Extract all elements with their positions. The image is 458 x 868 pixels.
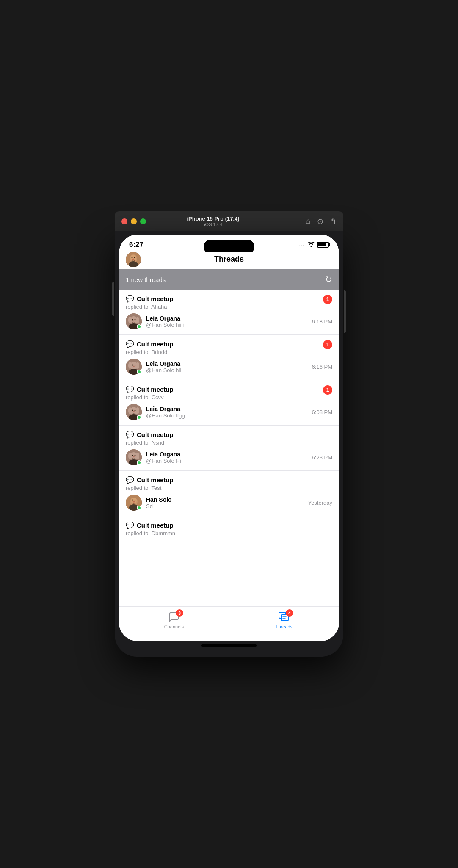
thread-item[interactable]: 💬 Cult meetup replied to: Test <box>119 471 339 516</box>
mac-toolbar: iPhone 15 Pro (17.4) iOS 17.4 ⌂ ⊙ ↰ <box>115 211 343 231</box>
thread-unread-badge: 1 <box>323 385 332 395</box>
svg-point-21 <box>136 362 139 369</box>
online-indicator <box>137 460 141 465</box>
thread-item[interactable]: 💬 Cult meetup replied to: Dbmmmn <box>119 516 339 545</box>
battery-icon <box>317 242 329 248</box>
online-indicator <box>137 506 141 510</box>
message-time: 6:16 PM <box>312 364 332 370</box>
signal-dots: ··· <box>299 243 305 247</box>
online-indicator <box>137 370 141 374</box>
status-time: 6:27 <box>129 240 143 249</box>
online-indicator <box>137 324 141 329</box>
home-mac-icon[interactable]: ⌂ <box>306 217 310 226</box>
svg-point-34 <box>135 455 136 456</box>
thread-item[interactable]: 💬 Cult meetup replied to: Ccvv 1 <box>119 380 339 426</box>
thread-chat-icon: 💬 <box>126 385 134 393</box>
svg-point-18 <box>135 365 136 366</box>
thread-chat-icon: 💬 <box>126 295 134 303</box>
phone-screen: 6:27 ··· <box>119 235 339 641</box>
message-text: @Han Solo hiii <box>146 367 308 373</box>
message-time: 6:23 PM <box>312 454 332 461</box>
tab-threads[interactable]: 4 Threads <box>267 611 301 629</box>
threads-tab-label: Threads <box>276 624 292 629</box>
message-info: Leia Organa @Han Solo ffgg <box>146 406 308 419</box>
svg-point-25 <box>132 410 133 411</box>
thread-item[interactable]: 💬 Cult meetup replied to: Bdndd 1 <box>119 335 339 380</box>
new-threads-text: 1 new threads <box>126 276 166 283</box>
message-sender-name: Leia Organa <box>146 451 308 458</box>
thread-chat-name: Cult meetup <box>137 431 174 438</box>
channels-icon-wrap: 3 <box>168 611 180 623</box>
message-text: @Han Solo hiiii <box>146 322 308 328</box>
thread-chat-icon: 💬 <box>126 521 134 529</box>
online-indicator <box>137 415 141 420</box>
rotate-icon[interactable]: ↰ <box>330 217 337 226</box>
thread-chat-name: Cult meetup <box>137 476 174 484</box>
status-indicators: ··· <box>299 241 329 248</box>
svg-point-35 <box>133 456 135 457</box>
message-info: Leia Organa @Han Solo hiii <box>146 360 308 373</box>
svg-point-5 <box>132 258 135 260</box>
svg-point-9 <box>132 319 133 321</box>
svg-point-37 <box>136 453 139 459</box>
svg-point-2 <box>130 255 136 261</box>
thread-item[interactable]: 💬 Cult meetup replied to: Ahaha 1 <box>119 290 339 335</box>
svg-point-36 <box>128 453 132 459</box>
thread-chat-icon: 💬 <box>126 431 134 439</box>
thread-replied-to: replied to: Ahaha <box>126 304 332 310</box>
thread-chat-name: Cult meetup <box>137 295 174 302</box>
thread-unread-badge: 1 <box>323 340 332 349</box>
svg-point-12 <box>128 317 132 323</box>
svg-point-10 <box>135 319 136 321</box>
message-time: 6:18 PM <box>312 318 332 325</box>
svg-point-3 <box>132 257 133 258</box>
thread-replied-to: replied to: Bdndd <box>126 349 332 355</box>
svg-point-29 <box>136 407 139 414</box>
message-info: Han Solo Sd <box>146 496 304 509</box>
svg-point-4 <box>134 257 135 258</box>
thread-list: 💬 Cult meetup replied to: Ahaha 1 <box>119 290 339 606</box>
message-text: @Han Solo ffgg <box>146 412 308 419</box>
message-time: Yesterday <box>308 500 332 506</box>
thread-chat-name: Cult meetup <box>137 340 174 348</box>
refresh-icon[interactable]: ↻ <box>325 274 332 285</box>
svg-point-11 <box>133 321 135 321</box>
message-sender-name: Leia Organa <box>146 315 308 322</box>
channels-tab-label: Channels <box>164 624 184 629</box>
wifi-icon <box>308 241 315 248</box>
thread-replied-to: replied to: Nsnd <box>126 440 332 446</box>
header-avatar-img <box>126 252 141 267</box>
svg-point-42 <box>132 500 133 501</box>
message-sender-name: Leia Organa <box>146 406 308 412</box>
svg-point-28 <box>128 407 132 414</box>
svg-point-26 <box>135 410 136 411</box>
thread-chat-name: Cult meetup <box>137 522 174 529</box>
tab-bar: 3 Channels 4 Threads <box>119 606 339 641</box>
app-header: Threads <box>119 252 339 269</box>
status-bar: 6:27 ··· <box>119 235 339 252</box>
svg-point-20 <box>128 362 132 369</box>
svg-point-17 <box>132 365 133 366</box>
sender-avatar <box>126 404 142 420</box>
user-avatar-header[interactable] <box>126 252 141 267</box>
thread-chat-icon: 💬 <box>126 476 134 484</box>
home-indicator <box>201 644 257 647</box>
thread-replied-to: replied to: Ccvv <box>126 394 332 401</box>
channels-badge: 3 <box>176 609 183 617</box>
message-info: Leia Organa @Han Solo hiiii <box>146 315 308 328</box>
svg-point-41 <box>131 498 137 503</box>
simulator-title: iPhone 15 Pro (17.4) iOS 17.4 <box>126 216 301 227</box>
svg-point-19 <box>133 366 135 367</box>
svg-point-43 <box>135 500 136 501</box>
thread-chat-icon: 💬 <box>126 340 134 348</box>
sender-avatar <box>126 495 142 511</box>
thread-item[interactable]: 💬 Cult meetup replied to: Nsnd <box>119 426 339 471</box>
tab-channels[interactable]: 3 Channels <box>157 611 191 629</box>
message-info: Leia Organa @Han Solo Hi <box>146 451 308 464</box>
mac-toolbar-icons: ⌂ ⊙ ↰ <box>306 217 337 226</box>
phone-device: 6:27 ··· <box>115 231 343 657</box>
svg-point-44 <box>133 501 135 503</box>
new-threads-banner[interactable]: 1 new threads ↻ <box>119 269 339 290</box>
svg-point-27 <box>133 411 135 412</box>
screenshot-icon[interactable]: ⊙ <box>317 217 323 226</box>
